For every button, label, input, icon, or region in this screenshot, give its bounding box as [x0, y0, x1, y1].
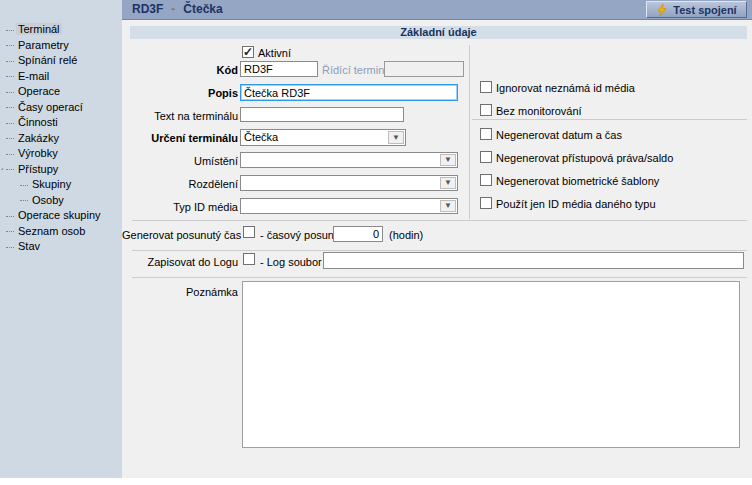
text-na-terminalu-label: Text na terminálu: [122, 110, 238, 122]
bez-monitorovani-checkbox[interactable]: [480, 104, 492, 116]
kod-label: Kód: [122, 64, 238, 76]
negenerovat-pristupova-prava-checkbox[interactable]: [480, 151, 492, 163]
sidebar-item-label: Zakázky: [16, 132, 61, 144]
sidebar-item-osoby[interactable]: Osoby: [0, 193, 122, 209]
tree-connector: [6, 107, 14, 108]
popis-label: Popis: [122, 87, 238, 99]
kod-input[interactable]: [240, 61, 318, 77]
tree-connector: [6, 76, 14, 77]
sidebar-item-label: Seznam osob: [16, 225, 87, 237]
tree-connector: [6, 247, 14, 248]
divider: [132, 277, 747, 278]
poznamka-label: Poznámka: [122, 286, 238, 298]
chevron-down-icon[interactable]: ▼: [440, 200, 456, 212]
tree-connector: [6, 30, 14, 31]
negenerovat-datum-a-cas-checkbox[interactable]: [480, 128, 492, 140]
zapisovat-do-logu-checkbox[interactable]: [243, 253, 255, 265]
sidebar-item-casy-operaci[interactable]: Časy operací: [0, 100, 122, 116]
sidebar-item-vyrobky[interactable]: Výrobky: [0, 146, 122, 162]
poznamka-textarea[interactable]: [242, 281, 740, 448]
typ-id-media-label: Typ ID média: [122, 201, 238, 213]
negenerovat-biometricke-sablony-checkbox[interactable]: [480, 174, 492, 186]
generovat-posunuty-cas-checkbox[interactable]: [243, 226, 255, 238]
sidebar-item-label: E-mail: [16, 70, 51, 82]
divider: [472, 119, 747, 120]
tree-connector: [6, 216, 14, 217]
log-soubor-label: - Log soubor: [260, 256, 322, 268]
log-soubor-input[interactable]: [323, 252, 744, 269]
rozdeleni-select[interactable]: ▼: [240, 175, 458, 191]
sidebar-item-label: Parametry: [16, 39, 71, 51]
urceni-terminalu-value: Čtečka: [244, 131, 278, 143]
sidebar-item-zakazky[interactable]: Zakázky: [0, 131, 122, 147]
sidebar-item-terminal[interactable]: Terminál: [0, 22, 122, 38]
tree-connector: [20, 200, 28, 201]
tree-connector: [6, 45, 14, 46]
divider: [132, 220, 747, 221]
urceni-terminalu-select[interactable]: Čtečka ▼: [240, 129, 406, 146]
ridici-terminal-input: [384, 61, 464, 77]
sidebar-item-operace[interactable]: Operace: [0, 84, 122, 100]
text-na-terminalu-input[interactable]: [240, 107, 404, 122]
sidebar-item-spinani-rele[interactable]: Spínání relé: [0, 53, 122, 69]
sidebar-item-label: Operace: [16, 85, 62, 97]
divider: [132, 250, 747, 251]
ignorovat-neznama-id-media-label: Ignorovat neznámá id média: [496, 82, 635, 94]
aktivni-checkbox[interactable]: [242, 46, 254, 58]
umisteni-select[interactable]: ▼: [240, 152, 458, 168]
aktivni-label: Aktivní: [258, 47, 291, 59]
test-connection-label: Test spojení: [673, 4, 736, 16]
sidebar-item-label: Operace skupiny: [16, 209, 103, 221]
tree-connector: [6, 169, 14, 170]
sidebar-item-operace-skupiny[interactable]: Operace skupiny: [0, 208, 122, 224]
test-connection-button[interactable]: Test spojení: [646, 1, 747, 18]
page-title: Čtečka: [183, 2, 222, 16]
tree-connector: [6, 123, 14, 124]
lightning-icon: [656, 4, 668, 16]
sidebar-item-skupiny[interactable]: Skupiny: [0, 177, 122, 193]
umisteni-label: Umístění: [122, 155, 238, 167]
tree-connector: [6, 92, 14, 93]
sidebar-tree: Terminál Parametry Spínání relé E-mail O…: [0, 0, 122, 478]
sidebar-item-label: Terminál: [16, 23, 62, 35]
chevron-down-icon[interactable]: ▼: [440, 154, 456, 166]
title-separator: -: [163, 2, 183, 16]
urceni-terminalu-label: Určení terminálu: [122, 132, 238, 144]
negenerovat-biometricke-sablony-label: Negenerovat biometrické šablony: [496, 175, 659, 187]
typ-id-media-select[interactable]: ▼: [240, 198, 458, 214]
bez-monitorovani-label: Bez monitorování: [496, 105, 582, 117]
negenerovat-pristupova-prava-label: Negenerovat přístupová práva/saldo: [496, 152, 673, 164]
terminal-code: RD3F: [132, 2, 163, 16]
sidebar-item-parametry[interactable]: Parametry: [0, 38, 122, 54]
section-header: Základní údaje: [130, 26, 747, 39]
tree-connector: [6, 154, 14, 155]
tree-connector: [6, 61, 14, 62]
chevron-down-icon[interactable]: ▼: [388, 131, 404, 144]
sidebar-item-seznam-osob[interactable]: Seznam osob: [0, 224, 122, 240]
hodin-unit-label: (hodin): [389, 229, 423, 241]
main-panel: RD3F-Čtečka Test spojení Základní údaje …: [122, 0, 752, 478]
divider: [469, 45, 470, 219]
sidebar-item-stav[interactable]: Stav: [0, 239, 122, 255]
sidebar-item-pristupy[interactable]: ´Přístupy: [0, 162, 122, 178]
sidebar-item-cinnosti[interactable]: Činnosti: [0, 115, 122, 131]
pouzit-jen-id-media-label: Použít jen ID média daného typu: [496, 198, 656, 210]
negenerovat-datum-a-cas-label: Negenerovat datum a čas: [496, 129, 622, 141]
popis-input[interactable]: [240, 84, 458, 101]
chevron-down-icon[interactable]: ▼: [440, 177, 456, 189]
casovy-posun-input[interactable]: [333, 226, 383, 242]
zapisovat-do-logu-label: Zapisovat do Logu: [122, 256, 238, 268]
pouzit-jen-id-media-checkbox[interactable]: [480, 197, 492, 209]
sidebar-item-label: Skupiny: [30, 178, 73, 190]
casovy-posun-label: - časový posun: [260, 229, 334, 241]
tree-connector: [6, 138, 14, 139]
sidebar-item-email[interactable]: E-mail: [0, 69, 122, 85]
sidebar-item-label: Přístupy: [16, 163, 60, 175]
tree-connector: [6, 231, 14, 232]
generovat-posunuty-cas-label: Generovat posunutý čas: [122, 229, 238, 241]
ignorovat-neznama-id-media-checkbox[interactable]: [480, 81, 492, 93]
sidebar-item-label: Činnosti: [16, 116, 60, 128]
titlebar: RD3F-Čtečka Test spojení: [122, 0, 752, 20]
sidebar-item-label: Časy operací: [16, 101, 85, 113]
ridici-terminal-label: Řídící terminál: [322, 64, 393, 76]
